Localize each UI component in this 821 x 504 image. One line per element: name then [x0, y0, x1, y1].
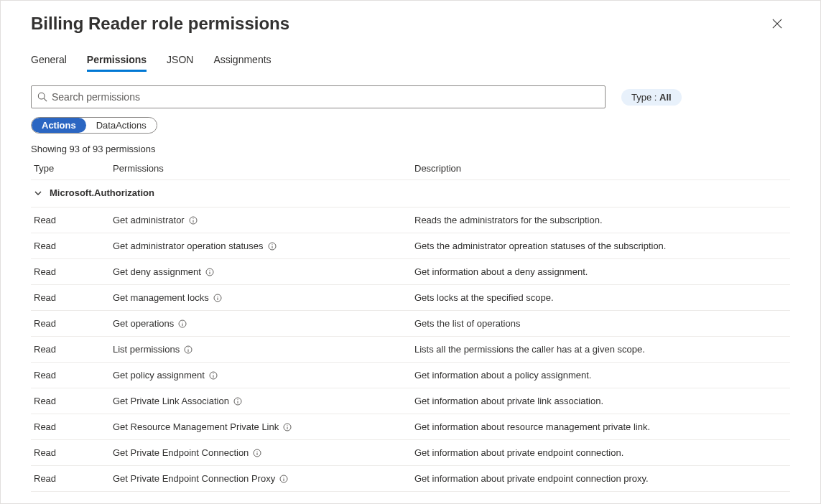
cell-description: Get information about private endpoint c…: [412, 439, 790, 465]
table-row: ReadList permissionsLists all the permis…: [31, 336, 790, 362]
search-icon: [37, 92, 47, 102]
cell-permission: List permissions: [110, 336, 412, 362]
cell-description: Get information about private link assoc…: [412, 388, 790, 414]
cell-description: Gets the list of operations: [412, 310, 790, 336]
segmented-control: Actions DataActions: [31, 117, 157, 134]
page-title: Billing Reader role permissions: [31, 14, 790, 34]
svg-point-21: [188, 347, 189, 348]
col-header-permissions[interactable]: Permissions: [110, 159, 412, 180]
table-row: ReadGet operationsGets the list of opera…: [31, 310, 790, 336]
info-icon[interactable]: [205, 371, 218, 380]
cell-type: Read: [31, 284, 110, 310]
cell-description: Gets the administrator opreation statuse…: [412, 233, 790, 258]
segment-dataactions[interactable]: DataActions: [86, 118, 157, 133]
table-row: ReadGet deny assignmentGet information a…: [31, 258, 790, 284]
close-button[interactable]: [767, 14, 787, 34]
cell-type: Read: [31, 336, 110, 362]
cell-permission: Get administrator: [110, 207, 412, 233]
permissions-table: Type Permissions Description Microsoft.A…: [31, 159, 790, 493]
tab-strip: GeneralPermissionsJSONAssignments: [31, 54, 790, 73]
svg-point-33: [257, 451, 258, 452]
cell-type: Read: [31, 362, 110, 388]
cell-description: Lists all the permissions the caller has…: [412, 336, 790, 362]
info-icon[interactable]: [279, 423, 292, 431]
table-row: ReadGet Private Endpoint Connection Prox…: [31, 465, 790, 491]
horizontal-scrollbar[interactable]: [1, 493, 810, 503]
table-row: ReadGet policy assignmentGet information…: [31, 362, 790, 388]
tab-assignments[interactable]: Assignments: [213, 54, 271, 72]
svg-point-2: [38, 93, 45, 99]
table-row: ReadGet management locksGets locks at th…: [31, 284, 790, 310]
info-icon[interactable]: [201, 268, 214, 276]
table-row: ReadGet administrator operation statuses…: [31, 233, 790, 258]
search-input[interactable]: [47, 90, 599, 103]
tab-json[interactable]: JSON: [167, 54, 193, 72]
cell-permission: Get Private Endpoint Connection: [110, 439, 412, 465]
cell-description: Gets locks at the specified scope.: [412, 284, 790, 310]
col-header-description[interactable]: Description: [412, 159, 790, 180]
cell-description: Get information about resource managemen…: [412, 414, 790, 439]
table-row: ReadGet Private Endpoint ConnectionGet i…: [31, 439, 790, 465]
cell-permission: Get management locks: [110, 284, 412, 310]
cell-permission: Get operations: [110, 310, 412, 336]
type-filter-value: All: [659, 92, 672, 103]
info-icon[interactable]: [209, 294, 222, 302]
main-scroll[interactable]: Billing Reader role permissions GeneralP…: [11, 1, 810, 493]
info-icon[interactable]: [180, 345, 193, 354]
cell-permission: Get Private Link Association: [110, 388, 412, 414]
cell-permission: Get policy assignment: [110, 362, 412, 388]
info-icon[interactable]: [229, 397, 242, 406]
svg-point-9: [272, 244, 272, 245]
type-filter-pill[interactable]: Type : All: [621, 89, 682, 106]
cell-description: Get information about a deny assignment.: [412, 258, 790, 284]
cell-type: Read: [31, 414, 110, 439]
results-count: Showing 93 of 93 permissions: [31, 144, 790, 154]
info-icon[interactable]: [249, 449, 261, 457]
cell-permission: Get administrator operation statuses: [110, 233, 412, 258]
segment-actions[interactable]: Actions: [32, 118, 86, 133]
tab-general[interactable]: General: [31, 54, 67, 72]
tab-permissions[interactable]: Permissions: [87, 54, 147, 72]
table-row: ReadGet Private Link AssociationGet info…: [31, 388, 790, 414]
svg-point-18: [182, 322, 183, 322]
svg-point-27: [237, 399, 238, 400]
cell-type: Read: [31, 465, 110, 491]
svg-line-3: [44, 98, 47, 101]
info-icon[interactable]: [275, 475, 288, 483]
info-icon[interactable]: [264, 242, 277, 251]
group-row[interactable]: Microsoft.Authorization: [31, 180, 790, 207]
close-icon: [772, 19, 782, 29]
cell-permission: Get Resource Management Private Link: [110, 414, 412, 439]
cell-type: Read: [31, 310, 110, 336]
cell-type: Read: [31, 439, 110, 465]
col-header-type[interactable]: Type: [31, 159, 110, 180]
svg-point-36: [284, 477, 284, 477]
cell-permission: Get Private Endpoint Connection Proxy: [110, 465, 412, 491]
svg-point-15: [217, 296, 218, 297]
svg-point-12: [209, 270, 210, 271]
cell-description: Get information about private endpoint c…: [412, 465, 790, 491]
search-box[interactable]: [31, 85, 606, 108]
svg-point-30: [287, 425, 288, 426]
svg-point-6: [193, 218, 193, 219]
table-row: ReadGet Resource Management Private Link…: [31, 414, 790, 439]
group-name: Microsoft.Authorization: [50, 187, 154, 198]
table-row: ReadGet administratorReads the administr…: [31, 207, 790, 233]
cell-description: Reads the administrators for the subscri…: [412, 207, 790, 233]
cell-permission: Get deny assignment: [110, 258, 412, 284]
svg-point-24: [213, 373, 213, 374]
cell-description: Get information about a policy assignmen…: [412, 362, 790, 388]
type-filter-label: Type :: [631, 92, 659, 103]
info-icon[interactable]: [185, 216, 198, 225]
chevron-down-icon: [34, 189, 42, 197]
cell-type: Read: [31, 233, 110, 258]
cell-type: Read: [31, 388, 110, 414]
info-icon[interactable]: [174, 319, 187, 328]
cell-type: Read: [31, 207, 110, 233]
cell-type: Read: [31, 258, 110, 284]
